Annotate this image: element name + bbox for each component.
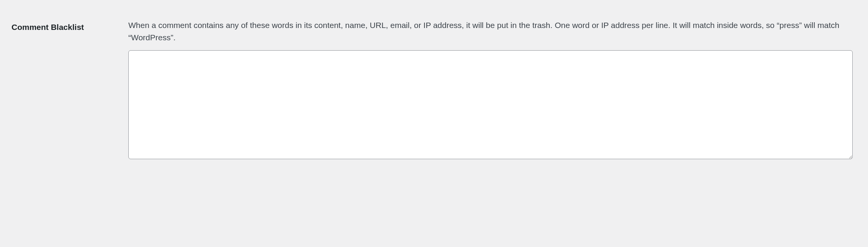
comment-blacklist-description: When a comment contains any of these wor…: [128, 19, 853, 43]
comment-blacklist-textarea[interactable]: [128, 50, 853, 159]
content-column: When a comment contains any of these wor…: [128, 19, 857, 161]
label-column: Comment Blacklist: [11, 19, 128, 33]
comment-blacklist-row: Comment Blacklist When a comment contain…: [0, 0, 868, 176]
comment-blacklist-label: Comment Blacklist: [11, 23, 84, 31]
